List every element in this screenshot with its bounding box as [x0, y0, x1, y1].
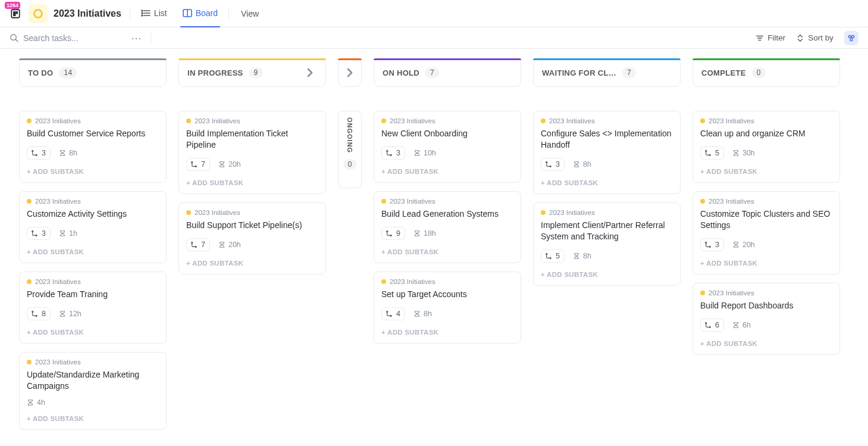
add-subtask-button[interactable]: + ADD SUBTASK — [27, 329, 159, 336]
search-input[interactable] — [23, 33, 112, 43]
group-by-button[interactable] — [844, 31, 858, 45]
card-tag: 2023 Initiatives — [541, 209, 673, 216]
divider — [228, 8, 229, 20]
task-card[interactable]: 2023 Initiatives Customize Activity Sett… — [19, 191, 167, 263]
card-title: Update/Standardize Marketing Campaigns — [27, 369, 159, 392]
column-header-waiting[interactable]: WAITING FOR CL… 7 — [533, 58, 681, 87]
card-tag: 2023 Initiatives — [381, 117, 513, 124]
card-title: Build Report Dashboards — [700, 300, 832, 311]
card-title: Build Lead Generation Systems — [381, 208, 513, 220]
card-title: Implement Client/Partner Referral System… — [541, 220, 673, 242]
task-card[interactable]: 2023 Initiatives Clean up and organize C… — [692, 111, 840, 183]
task-card[interactable]: 2023 Initiatives Implement Client/Partne… — [533, 202, 681, 286]
column-complete: COMPLETE 0 2023 Initiatives Clean up and… — [692, 58, 840, 355]
task-card[interactable]: 2023 Initiatives Build Lead Generation S… — [374, 191, 521, 263]
subtask-count[interactable]: 3 — [27, 146, 51, 160]
add-subtask-button[interactable]: + ADD SUBTASK — [541, 271, 673, 278]
task-card[interactable]: 2023 Initiatives Provide Team Traning 81… — [19, 272, 167, 344]
status-dot-icon — [27, 279, 32, 284]
collapsed-body[interactable]: ONGOING 0 — [338, 111, 362, 188]
add-subtask-button[interactable]: + ADD SUBTASK — [381, 168, 513, 175]
time-estimate: 8h — [573, 252, 591, 260]
add-subtask-button[interactable]: + ADD SUBTASK — [381, 329, 513, 336]
divider — [130, 8, 130, 20]
task-card[interactable]: 2023 Initiatives Update/Standardize Mark… — [19, 352, 167, 431]
column-header-ongoing[interactable] — [338, 58, 362, 87]
subtask-count[interactable]: 3 — [700, 238, 724, 251]
column-header-todo[interactable]: TO DO 14 — [19, 58, 167, 87]
subtask-count[interactable]: 3 — [541, 158, 565, 171]
column-todo: TO DO 14 2023 Initiatives Build Customer… — [19, 58, 167, 430]
tab-board[interactable]: Board — [180, 0, 220, 27]
card-title: Customize Activity Settings — [27, 208, 159, 220]
add-subtask-button[interactable]: + ADD SUBTASK — [381, 248, 513, 255]
add-subtask-button[interactable]: + ADD SUBTASK — [186, 260, 318, 267]
add-subtask-button[interactable]: + ADD SUBTASK — [186, 179, 318, 186]
task-card[interactable]: 2023 Initiatives Build Implementation Ti… — [178, 111, 326, 194]
subtask-count[interactable]: 4 — [381, 307, 405, 320]
sort-button[interactable]: Sort by — [796, 33, 833, 42]
sort-label: Sort by — [808, 33, 833, 42]
card-tag: 2023 Initiatives — [27, 117, 159, 124]
more-menu-button[interactable]: ⋯ — [131, 32, 142, 45]
subtask-count[interactable]: 5 — [700, 146, 724, 160]
add-subtask-button[interactable]: + ADD SUBTASK — [700, 340, 832, 347]
subtask-count[interactable]: 9 — [381, 227, 405, 240]
column-header-onhold[interactable]: ON HOLD 7 — [374, 58, 521, 87]
column-title: IN PROGRESS — [187, 68, 243, 77]
column-header-inprogress[interactable]: IN PROGRESS 9 — [178, 58, 326, 87]
time-estimate: 8h — [573, 160, 591, 169]
cards-complete: 2023 Initiatives Clean up and organize C… — [692, 111, 840, 355]
subtask-count[interactable]: 8 — [27, 307, 51, 320]
column-inprogress: IN PROGRESS 9 2023 Initiatives Build Imp… — [178, 58, 326, 275]
column-title: WAITING FOR CL… — [542, 68, 616, 77]
card-title: New Client Onboarding — [381, 128, 513, 139]
filter-button[interactable]: Filter — [756, 33, 785, 42]
column-count: 14 — [59, 67, 77, 78]
task-card[interactable]: 2023 Initiatives Build Customer Service … — [19, 111, 167, 183]
card-title: Build Customer Service Reports — [27, 128, 159, 139]
task-card[interactable]: 2023 Initiatives Set up Target Accounts … — [374, 272, 521, 344]
add-subtask-button[interactable]: + ADD SUBTASK — [27, 168, 159, 175]
status-dot-icon — [186, 118, 191, 123]
search-icon — [10, 33, 18, 42]
task-card[interactable]: 2023 Initiatives Customize Topic Cluster… — [692, 191, 840, 275]
app-logo[interactable]: 1264 — [7, 5, 24, 22]
workspace-icon[interactable] — [29, 4, 48, 23]
status-dot-icon — [27, 199, 32, 204]
subtask-count[interactable]: 3 — [27, 227, 51, 240]
card-tag: 2023 Initiatives — [700, 198, 832, 205]
task-card[interactable]: 2023 Initiatives New Client Onboarding 3… — [374, 111, 521, 183]
time-estimate: 20h — [218, 160, 241, 169]
subtask-count[interactable]: 3 — [381, 146, 405, 160]
subtask-count[interactable]: 5 — [541, 249, 565, 263]
task-card[interactable]: 2023 Initiatives Configure Sales <> Impl… — [533, 111, 681, 194]
add-subtask-button[interactable]: + ADD SUBTASK — [27, 415, 159, 422]
time-estimate: 1h — [59, 229, 77, 238]
column-header-complete[interactable]: COMPLETE 0 — [692, 58, 840, 87]
card-tag: 2023 Initiatives — [27, 198, 159, 205]
card-tag: 2023 Initiatives — [186, 209, 318, 216]
card-title: Customize Topic Clusters and SEO Setting… — [700, 208, 832, 231]
card-tag: 2023 Initiatives — [381, 278, 513, 285]
status-dot-icon — [541, 210, 546, 215]
time-estimate: 6h — [732, 321, 751, 329]
card-tag: 2023 Initiatives — [186, 117, 318, 124]
column-title: TO DO — [28, 68, 53, 77]
collapse-column-button[interactable] — [303, 66, 317, 80]
add-subtask-button[interactable]: + ADD SUBTASK — [700, 168, 832, 175]
time-estimate: 30h — [732, 149, 755, 157]
expand-column-button[interactable] — [343, 66, 357, 80]
subtask-count[interactable]: 7 — [186, 238, 210, 251]
task-card[interactable]: 2023 Initiatives Build Support Ticket Pi… — [178, 202, 326, 275]
task-card[interactable]: 2023 Initiatives Build Report Dashboards… — [692, 283, 840, 355]
subtask-count[interactable]: 7 — [186, 158, 210, 171]
status-dot-icon — [381, 199, 386, 204]
subtask-count[interactable]: 6 — [700, 319, 724, 332]
add-subtask-button[interactable]: + ADD SUBTASK — [700, 260, 832, 267]
add-subtask-button[interactable]: + ADD SUBTASK — [27, 248, 159, 255]
add-subtask-button[interactable]: + ADD SUBTASK — [541, 179, 673, 186]
add-view-button[interactable]: View — [237, 9, 259, 18]
card-tag: 2023 Initiatives — [700, 289, 832, 297]
tab-list[interactable]: List — [139, 0, 170, 27]
